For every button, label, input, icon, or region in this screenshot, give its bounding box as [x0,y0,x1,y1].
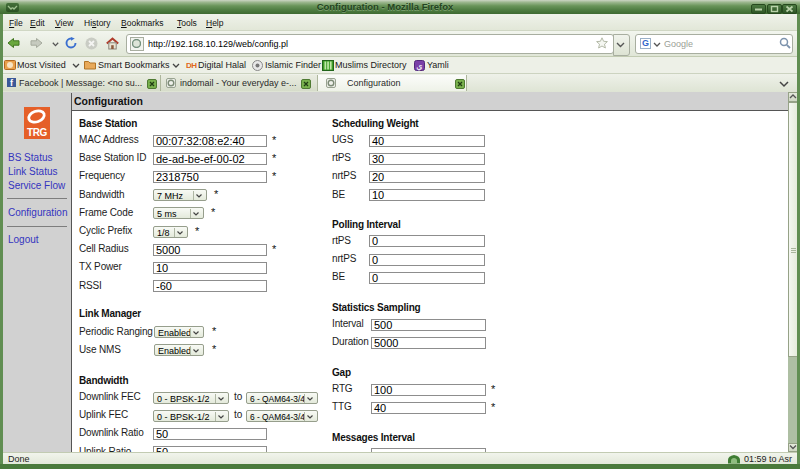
svg-text:ي: ي [416,62,422,71]
svg-text:TRG: TRG [27,127,48,138]
